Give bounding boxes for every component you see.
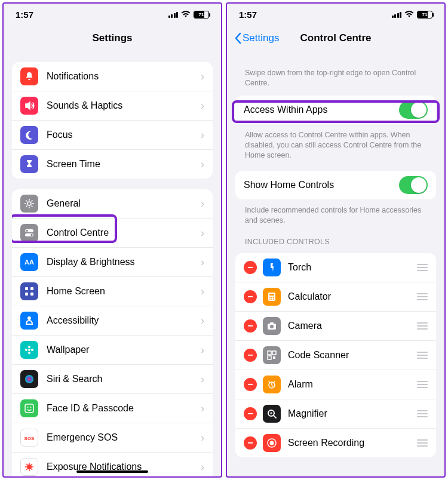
remove-button[interactable]: −: [244, 319, 257, 333]
back-button[interactable]: Settings: [234, 32, 279, 44]
settings-row-control-centre[interactable]: Control Centre›: [12, 218, 213, 247]
svg-rect-9: [30, 293, 33, 296]
included-control-alarm[interactable]: −Alarm: [235, 370, 436, 399]
included-control-calculator[interactable]: −Calculator: [235, 282, 436, 311]
included-control-magnifier[interactable]: −Magnifier: [235, 399, 436, 428]
qr-icon: [263, 346, 281, 364]
included-control-code-scanner[interactable]: −Code Scanner: [235, 340, 436, 370]
speaker-icon: [20, 97, 38, 115]
person-icon: [20, 312, 38, 330]
remove-button[interactable]: −: [244, 407, 257, 420]
show-home-controls-toggle[interactable]: [399, 176, 428, 194]
settings-row-home-screen[interactable]: Home Screen›: [12, 276, 213, 306]
moon-icon: [20, 126, 38, 144]
remove-button[interactable]: −: [244, 436, 257, 450]
row-label: Face ID & Passcode: [47, 403, 201, 414]
access-within-apps-toggle[interactable]: [399, 101, 428, 119]
footer-home: Include recommended controls for Home ac…: [235, 203, 436, 226]
svg-rect-44: [272, 351, 276, 355]
svg-text:AA: AA: [24, 259, 34, 266]
drag-handle-icon[interactable]: [416, 410, 428, 417]
remove-button[interactable]: −: [244, 378, 257, 391]
page-title: Control Centre: [300, 32, 372, 44]
svg-point-21: [27, 464, 32, 469]
svg-line-49: [274, 416, 276, 418]
drag-handle-icon[interactable]: [416, 264, 428, 271]
page-title: Settings: [92, 32, 132, 44]
chevron-right-icon: ›: [201, 315, 204, 327]
battery-icon: 71: [417, 11, 432, 19]
drag-handle-icon[interactable]: [416, 352, 428, 359]
settings-row-emergency-sos[interactable]: SOSEmergency SOS›: [12, 423, 213, 452]
row-label: General: [47, 198, 201, 209]
drag-handle-icon[interactable]: [416, 381, 428, 388]
svg-rect-33: [269, 294, 274, 296]
settings-row-general[interactable]: General›: [12, 189, 213, 218]
settings-row-siri-search[interactable]: Siri & Search›: [12, 364, 213, 393]
back-label: Settings: [243, 32, 279, 44]
settings-row-screen-time[interactable]: Screen Time›: [12, 149, 213, 179]
nav-bar: Settings Control Centre: [227, 25, 444, 51]
svg-rect-7: [30, 287, 33, 290]
svg-line-27: [31, 469, 32, 470]
included-control-screen-recording[interactable]: −Screen Recording: [235, 428, 436, 457]
row-label: Camera: [288, 321, 416, 331]
svg-rect-8: [25, 293, 28, 296]
row-label: Focus: [47, 130, 201, 140]
control-centre-screen: 1:57 71 Settings Control Centre Swipe do…: [226, 2, 446, 478]
svg-point-53: [270, 441, 274, 445]
svg-rect-42: [270, 322, 274, 324]
included-control-camera[interactable]: −Camera: [235, 311, 436, 340]
wifi-icon: [404, 11, 414, 18]
svg-point-15: [31, 349, 33, 351]
flower-icon: [20, 341, 38, 359]
remove-button[interactable]: −: [244, 261, 257, 274]
settings-row-display-brightness[interactable]: AADisplay & Brightness›: [12, 247, 213, 276]
show-home-controls-row[interactable]: Show Home Controls: [235, 171, 436, 199]
row-label: Sounds & Haptics: [47, 100, 201, 111]
drag-handle-icon[interactable]: [416, 439, 428, 447]
signal-icon: [168, 11, 179, 18]
row-label: Magnifier: [288, 408, 416, 419]
chevron-right-icon: ›: [201, 344, 204, 356]
more-controls-header: MORE CONTROLS: [235, 468, 436, 476]
settings-row-notifications[interactable]: Notifications›: [12, 62, 213, 91]
drag-handle-icon[interactable]: [416, 293, 428, 300]
chevron-left-icon: [234, 32, 241, 44]
battery-icon: 71: [194, 11, 209, 19]
remove-button[interactable]: −: [244, 349, 257, 362]
svg-rect-45: [268, 356, 271, 359]
settings-row-face-id-passcode[interactable]: Face ID & Passcode›: [12, 393, 213, 423]
chevron-right-icon: ›: [201, 198, 204, 210]
svg-line-29: [26, 469, 27, 470]
chevron-right-icon: ›: [201, 285, 204, 298]
row-label: Code Scanner: [288, 350, 416, 361]
svg-point-0: [27, 202, 31, 205]
settings-row-focus[interactable]: Focus›: [12, 120, 213, 149]
chevron-right-icon: ›: [201, 227, 204, 239]
included-control-torch[interactable]: −Torch: [235, 253, 436, 282]
row-label: Siri & Search: [47, 374, 201, 384]
chevron-right-icon: ›: [201, 432, 204, 444]
chevron-right-icon: ›: [201, 402, 204, 415]
chevron-right-icon: ›: [201, 373, 204, 386]
hourglass-icon: [20, 155, 38, 173]
svg-point-4: [30, 234, 33, 236]
record-icon: [263, 434, 281, 452]
chevron-right-icon: ›: [201, 256, 204, 269]
svg-point-34: [269, 297, 271, 298]
nav-bar: Settings: [4, 25, 221, 51]
switches-icon: [20, 224, 38, 242]
settings-row-accessibility[interactable]: Accessibility›: [12, 306, 213, 335]
access-within-apps-row[interactable]: Access Within Apps: [235, 96, 436, 124]
signal-icon: [392, 11, 402, 18]
drag-handle-icon[interactable]: [416, 322, 428, 330]
chevron-right-icon: ›: [201, 129, 204, 141]
bell-icon: [20, 67, 38, 85]
settings-row-wallpaper[interactable]: Wallpaper›: [12, 335, 213, 364]
svg-rect-46: [273, 356, 275, 359]
settings-row-sounds-haptics[interactable]: Sounds & Haptics›: [12, 91, 213, 120]
remove-button[interactable]: −: [244, 290, 257, 303]
alarm-icon: [263, 376, 281, 393]
row-label: Home Screen: [47, 286, 201, 297]
